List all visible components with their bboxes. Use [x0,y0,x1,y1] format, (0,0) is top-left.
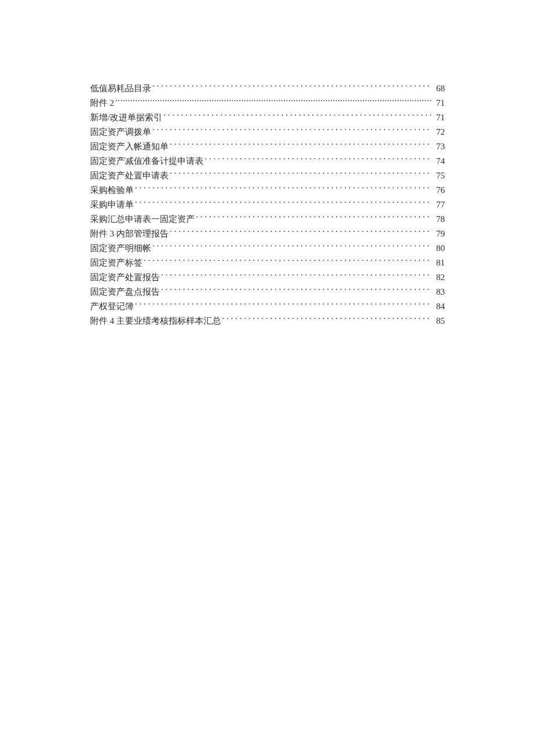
toc-entry: 采购申请单77 [90,198,445,212]
toc-entry-title: 固定资产入帐通知单 [90,139,170,154]
table-of-contents: 低值易耗品目录68附件 271新增/改进单据索引71固定资产调拨单72固定资产入… [90,81,445,328]
toc-entry-page: 79 [432,227,445,241]
toc-leader [135,199,432,207]
toc-entry-page: 84 [432,299,445,314]
toc-entry-title: 采购汇总申请表一固定资产 [90,212,196,227]
toc-leader [152,83,432,91]
toc-entry-page: 82 [432,270,445,285]
toc-entry-title: 附件 3 内部管理报告 [90,227,170,241]
toc-entry-page: 73 [432,139,445,154]
toc-entry: 低值易耗品目录68 [90,81,445,96]
toc-entry-title: 固定资产调拨单 [90,125,152,139]
toc-entry: 采购检验单76 [90,183,445,198]
toc-entry-page: 77 [432,198,445,212]
toc-entry-title: 新增/改进单据索引 [90,110,163,125]
toc-entry-title: 附件 2 [90,96,115,110]
toc-entry-page: 68 [432,81,445,96]
toc-leader [196,213,432,222]
toc-entry: 新增/改进单据索引71 [90,110,445,125]
toc-entry-title: 固定资产减值准备计提申请表 [90,154,205,169]
toc-entry-page: 75 [432,169,445,183]
toc-leader [115,97,432,106]
toc-entry-title: 固定资产处置申请表 [90,169,170,183]
toc-entry-page: 72 [432,125,445,139]
toc-entry: 固定资产减值准备计提申请表74 [90,154,445,169]
toc-entry: 固定资产入帐通知单73 [90,139,445,154]
toc-leader [152,126,432,135]
toc-leader [170,170,432,178]
toc-entry-page: 76 [432,183,445,198]
toc-entry: 产权登记簿84 [90,299,445,314]
toc-leader [135,184,432,193]
toc-entry-page: 71 [432,110,445,125]
toc-leader [152,242,432,251]
toc-entry-title: 固定资产盘点报告 [90,285,161,299]
toc-leader [161,286,432,295]
toc-entry: 固定资产盘点报告83 [90,285,445,299]
toc-entry: 采购汇总申请表一固定资产78 [90,212,445,227]
toc-entry: 固定资产调拨单72 [90,125,445,139]
toc-entry-page: 78 [432,212,445,227]
toc-entry-page: 80 [432,241,445,256]
toc-leader [222,315,432,324]
toc-leader [135,300,432,309]
toc-entry-title: 附件 4 主要业绩考核指标样本汇总 [90,314,222,328]
toc-entry: 附件 271 [90,96,445,110]
toc-entry-title: 固定资产明细帐 [90,241,152,256]
toc-leader [161,271,432,280]
toc-entry-page: 71 [432,96,445,110]
toc-entry-title: 低值易耗品目录 [90,81,152,96]
toc-entry-title: 固定资产标签 [90,256,144,270]
toc-leader [205,155,432,164]
toc-entry: 固定资产明细帐80 [90,241,445,256]
toc-leader [170,141,432,149]
toc-entry: 附件 4 主要业绩考核指标样本汇总85 [90,314,445,328]
toc-entry-page: 74 [432,154,445,169]
toc-leader [170,228,432,237]
toc-entry-page: 85 [432,314,445,328]
toc-leader [144,257,432,266]
toc-entry-page: 83 [432,285,445,299]
toc-leader [163,112,432,120]
toc-entry-title: 采购申请单 [90,198,135,212]
toc-entry: 固定资产标签81 [90,256,445,270]
toc-entry: 附件 3 内部管理报告79 [90,227,445,241]
toc-entry-title: 采购检验单 [90,183,135,198]
toc-entry-title: 固定资产处置报告 [90,270,161,285]
toc-entry-page: 81 [432,256,445,270]
toc-entry-title: 产权登记簿 [90,299,135,314]
toc-entry: 固定资产处置申请表75 [90,169,445,183]
toc-entry: 固定资产处置报告82 [90,270,445,285]
